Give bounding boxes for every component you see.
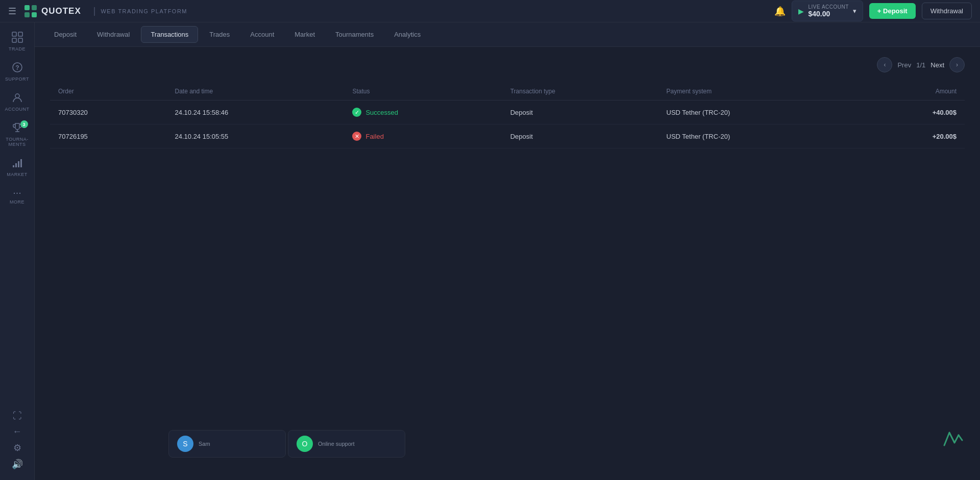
chevron-down-icon: ▾ bbox=[853, 7, 856, 15]
sidebar: TRADE ? SUPPORT ACCOUNT 3 bbox=[0, 22, 35, 480]
table-row: 70726195 24.10.24 15:05:55 ✕ Failed Depo… bbox=[50, 124, 965, 148]
sidebar-bottom: ⛶ ← ⚙ 🔊 bbox=[12, 411, 23, 480]
header-right: 🔔 ▶ LIVE ACCOUNT $40.00 ▾ + Deposit With… bbox=[774, 1, 972, 21]
live-account-arrow-icon: ▶ bbox=[798, 7, 804, 15]
header-divider: | bbox=[93, 6, 96, 16]
col-amount: Amount bbox=[862, 83, 965, 100]
svg-rect-14 bbox=[20, 159, 22, 167]
cell-payment: USD Tether (TRC-20) bbox=[658, 100, 862, 124]
sidebar-item-support[interactable]: ? SUPPORT bbox=[3, 58, 32, 86]
arrow-left-icon[interactable]: ← bbox=[13, 426, 22, 437]
withdrawal-button[interactable]: Withdrawal bbox=[922, 3, 972, 19]
cell-type: Deposit bbox=[502, 124, 658, 148]
cell-datetime: 24.10.24 15:58:46 bbox=[166, 100, 344, 124]
support-icon: ? bbox=[12, 62, 23, 74]
svg-rect-0 bbox=[24, 5, 30, 10]
live-account-info: LIVE ACCOUNT $40.00 bbox=[808, 4, 848, 18]
settings-icon[interactable]: ⚙ bbox=[13, 442, 21, 453]
status-label: Failed bbox=[365, 133, 383, 140]
col-payment: Payment system bbox=[658, 83, 862, 100]
svg-rect-5 bbox=[18, 32, 22, 36]
cell-order: 70730320 bbox=[50, 100, 166, 124]
svg-rect-7 bbox=[18, 38, 22, 42]
status-failed: ✕ Failed bbox=[352, 132, 494, 141]
tabs-nav: Deposit Withdrawal Transactions Trades A… bbox=[35, 22, 980, 47]
tab-deposit[interactable]: Deposit bbox=[45, 27, 86, 42]
svg-rect-11 bbox=[13, 165, 14, 167]
col-datetime: Date and time bbox=[166, 83, 344, 100]
sidebar-item-more[interactable]: ··· MORE bbox=[3, 183, 32, 209]
cell-amount: +20.00$ bbox=[862, 124, 965, 148]
status-failed-icon: ✕ bbox=[352, 132, 361, 141]
svg-text:?: ? bbox=[15, 64, 19, 71]
tab-withdrawal[interactable]: Withdrawal bbox=[88, 27, 139, 42]
header: ☰ QUOTEX | WEB TRADING PLATFORM 🔔 ▶ LIVE… bbox=[0, 0, 980, 22]
sidebar-item-tournaments[interactable]: 3 TOURNA-MENTS bbox=[3, 118, 32, 151]
svg-rect-2 bbox=[24, 12, 30, 17]
bottom-panel-2[interactable]: O Online support bbox=[288, 430, 405, 458]
prev-label: Prev bbox=[897, 61, 911, 69]
svg-rect-12 bbox=[15, 163, 17, 167]
sidebar-item-trade[interactable]: TRADE bbox=[3, 28, 32, 56]
notification-icon[interactable]: 🔔 bbox=[774, 6, 786, 17]
bottom-panel-1[interactable]: S Sam bbox=[168, 430, 286, 458]
panel2-text: Online support bbox=[318, 441, 355, 447]
svg-rect-3 bbox=[32, 12, 37, 17]
logo: QUOTEX bbox=[23, 4, 81, 18]
panel1-avatar: S bbox=[177, 436, 193, 452]
cell-datetime: 24.10.24 15:05:55 bbox=[166, 124, 344, 148]
menu-icon[interactable]: ☰ bbox=[8, 6, 16, 17]
tab-trades[interactable]: Trades bbox=[200, 27, 239, 42]
market-label: MARKET bbox=[7, 172, 28, 177]
logo-text: QUOTEX bbox=[41, 6, 81, 16]
cell-type: Deposit bbox=[502, 100, 658, 124]
tab-account[interactable]: Account bbox=[241, 27, 283, 42]
page-info: 1/1 bbox=[916, 61, 925, 69]
volume-icon[interactable]: 🔊 bbox=[12, 459, 23, 470]
live-account-label: LIVE ACCOUNT bbox=[808, 4, 848, 10]
main-content: Deposit Withdrawal Transactions Trades A… bbox=[35, 22, 980, 480]
trade-label: TRADE bbox=[9, 46, 26, 52]
sidebar-item-market[interactable]: MARKET bbox=[3, 153, 32, 181]
account-icon bbox=[12, 92, 23, 105]
svg-rect-6 bbox=[12, 38, 16, 42]
svg-point-10 bbox=[15, 94, 19, 98]
more-icon: ··· bbox=[13, 187, 21, 197]
trade-icon bbox=[12, 32, 23, 44]
bottom-panels: S Sam O Online support bbox=[168, 430, 405, 458]
more-label: MORE bbox=[10, 199, 24, 205]
col-order: Order bbox=[50, 83, 166, 100]
cell-status: ✕ Failed bbox=[344, 124, 502, 148]
tab-analytics[interactable]: Analytics bbox=[385, 27, 430, 42]
account-label: ACCOUNT bbox=[5, 107, 30, 112]
platform-subtitle: WEB TRADING PLATFORM bbox=[101, 8, 187, 14]
panel1-text: Sam bbox=[199, 441, 210, 447]
table-row: 70730320 24.10.24 15:58:46 ✓ Successed D… bbox=[50, 100, 965, 124]
watermark bbox=[939, 425, 965, 452]
col-type: Transaction type bbox=[502, 83, 658, 100]
logo-icon bbox=[23, 4, 38, 18]
tab-transactions[interactable]: Transactions bbox=[141, 26, 198, 43]
cell-status: ✓ Successed bbox=[344, 100, 502, 124]
sidebar-item-account[interactable]: ACCOUNT bbox=[3, 88, 32, 116]
col-status: Status bbox=[344, 83, 502, 100]
tournaments-label: TOURNA-MENTS bbox=[6, 137, 28, 147]
status-label: Successed bbox=[365, 109, 398, 116]
svg-rect-1 bbox=[32, 5, 37, 10]
expand-icon[interactable]: ⛶ bbox=[13, 411, 22, 421]
tab-tournaments[interactable]: Tournaments bbox=[326, 27, 383, 42]
transactions-table: Order Date and time Status Transaction t… bbox=[50, 83, 965, 148]
tournaments-badge: 3 bbox=[20, 120, 28, 128]
tab-market[interactable]: Market bbox=[285, 27, 324, 42]
content-area: ‹ Prev 1/1 Next › Order Date and time St… bbox=[35, 47, 980, 159]
svg-rect-13 bbox=[18, 161, 19, 167]
live-account-button[interactable]: ▶ LIVE ACCOUNT $40.00 ▾ bbox=[792, 1, 863, 21]
next-page-button[interactable]: › bbox=[949, 57, 965, 72]
pagination: ‹ Prev 1/1 Next › bbox=[877, 57, 965, 72]
prev-page-button[interactable]: ‹ bbox=[877, 57, 892, 72]
deposit-button[interactable]: + Deposit bbox=[869, 3, 916, 19]
cell-order: 70726195 bbox=[50, 124, 166, 148]
status-success-icon: ✓ bbox=[352, 108, 361, 117]
svg-rect-4 bbox=[12, 32, 16, 36]
cell-payment: USD Tether (TRC-20) bbox=[658, 124, 862, 148]
